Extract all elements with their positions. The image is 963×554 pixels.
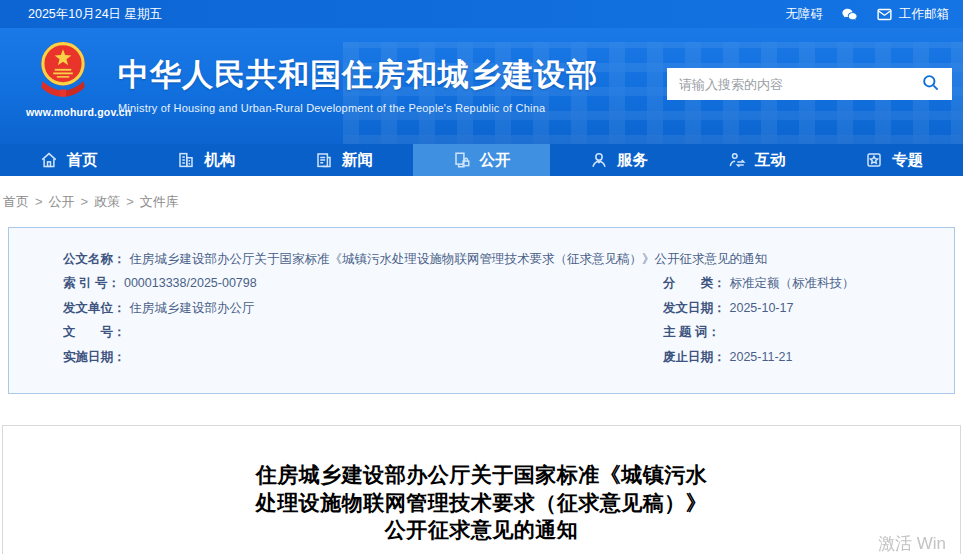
search-button[interactable] xyxy=(908,68,952,100)
topics-icon xyxy=(865,151,883,169)
top-utility-bar: 2025年10月24日 星期五 无障碍 工作邮箱 xyxy=(0,0,963,28)
topbar-links: 无障碍 工作邮箱 xyxy=(786,6,950,23)
article-title-line3: 公开征求意见的通知 xyxy=(3,516,960,544)
issuing-unit-value: 住房城乡建设部办公厅 xyxy=(130,301,255,315)
index-number-label: 索 引 号： xyxy=(63,276,120,290)
info-row-issue-date: 发文日期：2025-10-17 xyxy=(663,296,940,320)
site-subtitle: Ministry of Housing and Urban-Rural Deve… xyxy=(118,102,598,114)
site-url: www.mohurd.gov.cn xyxy=(26,106,100,118)
nav-item-organization[interactable]: 机构 xyxy=(138,144,276,176)
document-number-label: 文 号： xyxy=(63,325,126,339)
nav-label: 服务 xyxy=(617,150,648,171)
nav-label: 机构 xyxy=(204,150,235,171)
nav-item-news[interactable]: 新闻 xyxy=(275,144,413,176)
site-brand[interactable]: www.mohurd.gov.cn 中华人民共和国住房和城乡建设部 Minist… xyxy=(26,38,598,118)
nav-item-disclosure[interactable]: 公开 xyxy=(413,144,551,176)
breadcrumb-library[interactable]: 文件库 xyxy=(140,193,179,211)
interaction-icon xyxy=(728,151,746,169)
article-title: 住房城乡建设部办公厅关于国家标准《城镇污水 处理设施物联网管理技术要求（征求意见… xyxy=(3,461,960,544)
work-mailbox-label: 工作邮箱 xyxy=(899,6,949,23)
mail-icon xyxy=(876,6,893,23)
site-title: 中华人民共和国住房和城乡建设部 xyxy=(118,54,598,96)
home-icon xyxy=(40,151,58,169)
breadcrumb-separator: > xyxy=(81,194,89,209)
search-input[interactable] xyxy=(667,68,908,100)
site-header: www.mohurd.gov.cn 中华人民共和国住房和城乡建设部 Minist… xyxy=(0,28,963,144)
wechat-link[interactable] xyxy=(841,6,858,23)
search-box xyxy=(667,68,952,100)
current-date: 2025年10月24日 星期五 xyxy=(28,6,162,23)
news-icon xyxy=(315,151,333,169)
document-info-panel: 公文名称：住房城乡建设部办公厅关于国家标准《城镇污水处理设施物联网管理技术要求（… xyxy=(8,227,955,394)
service-icon xyxy=(590,151,608,169)
article-title-line2: 处理设施物联网管理技术要求（征求意见稿）》 xyxy=(3,489,960,517)
repeal-date-value: 2025-11-21 xyxy=(730,350,793,364)
category-label: 分 类： xyxy=(663,276,726,290)
nav-item-topics[interactable]: 专题 xyxy=(825,144,963,176)
wechat-icon xyxy=(841,6,858,23)
breadcrumb: 首页 > 公开 > 政策 > 文件库 xyxy=(0,176,963,227)
national-emblem-icon xyxy=(37,40,89,106)
nav-item-service[interactable]: 服务 xyxy=(550,144,688,176)
accessibility-link[interactable]: 无障碍 xyxy=(786,6,824,23)
disclosure-icon xyxy=(453,151,471,169)
organization-icon xyxy=(177,151,195,169)
document-name-value: 住房城乡建设部办公厅关于国家标准《城镇污水处理设施物联网管理技术要求（征求意见稿… xyxy=(130,252,768,266)
info-row-index-number: 索 引 号：000013338/2025-00798 xyxy=(63,271,663,295)
info-row-subject-words: 主 题 词： xyxy=(663,320,940,344)
nav-label: 专题 xyxy=(892,150,923,171)
article-title-line1: 住房城乡建设部办公厅关于国家标准《城镇污水 xyxy=(3,461,960,489)
search-icon xyxy=(921,73,940,95)
issue-date-label: 发文日期： xyxy=(663,301,726,315)
info-row-document-name: 公文名称：住房城乡建设部办公厅关于国家标准《城镇污水处理设施物联网管理技术要求（… xyxy=(63,247,940,271)
main-nav: 首页 机构 新闻 公开 服务 互动 专题 xyxy=(0,144,963,176)
accessibility-label: 无障碍 xyxy=(786,6,824,23)
nav-item-interaction[interactable]: 互动 xyxy=(688,144,826,176)
document-name-label: 公文名称： xyxy=(63,252,126,266)
info-row-issuing-unit: 发文单位：住房城乡建设部办公厅 xyxy=(63,296,663,320)
index-number-value: 000013338/2025-00798 xyxy=(124,276,257,290)
info-row-category: 分 类：标准定额（标准科技） xyxy=(663,271,940,295)
category-value: 标准定额（标准科技） xyxy=(730,276,855,290)
subject-words-label: 主 题 词： xyxy=(663,325,720,339)
windows-activation-watermark: 激活 Win xyxy=(878,532,946,554)
implementation-date-label: 实施日期： xyxy=(63,350,126,364)
nav-label: 互动 xyxy=(755,150,786,171)
national-emblem-wrap: www.mohurd.gov.cn xyxy=(26,38,100,118)
breadcrumb-separator: > xyxy=(126,194,134,209)
site-titles: 中华人民共和国住房和城乡建设部 Ministry of Housing and … xyxy=(118,38,598,114)
info-row-implementation-date: 实施日期： xyxy=(63,345,663,369)
info-row-document-number: 文 号： xyxy=(63,320,663,344)
info-row-repeal-date: 废止日期：2025-11-21 xyxy=(663,345,940,369)
nav-label: 公开 xyxy=(480,150,511,171)
work-mailbox-link[interactable]: 工作邮箱 xyxy=(876,6,949,23)
breadcrumb-home[interactable]: 首页 xyxy=(3,193,29,211)
breadcrumb-policy[interactable]: 政策 xyxy=(94,193,120,211)
breadcrumb-disclosure[interactable]: 公开 xyxy=(49,193,75,211)
breadcrumb-separator: > xyxy=(35,194,43,209)
issue-date-value: 2025-10-17 xyxy=(730,301,794,315)
nav-label: 新闻 xyxy=(342,150,373,171)
article-panel: 住房城乡建设部办公厅关于国家标准《城镇污水 处理设施物联网管理技术要求（征求意见… xyxy=(2,425,961,554)
issuing-unit-label: 发文单位： xyxy=(63,301,126,315)
repeal-date-label: 废止日期： xyxy=(663,350,726,364)
nav-label: 首页 xyxy=(67,150,98,171)
nav-item-home[interactable]: 首页 xyxy=(0,144,138,176)
